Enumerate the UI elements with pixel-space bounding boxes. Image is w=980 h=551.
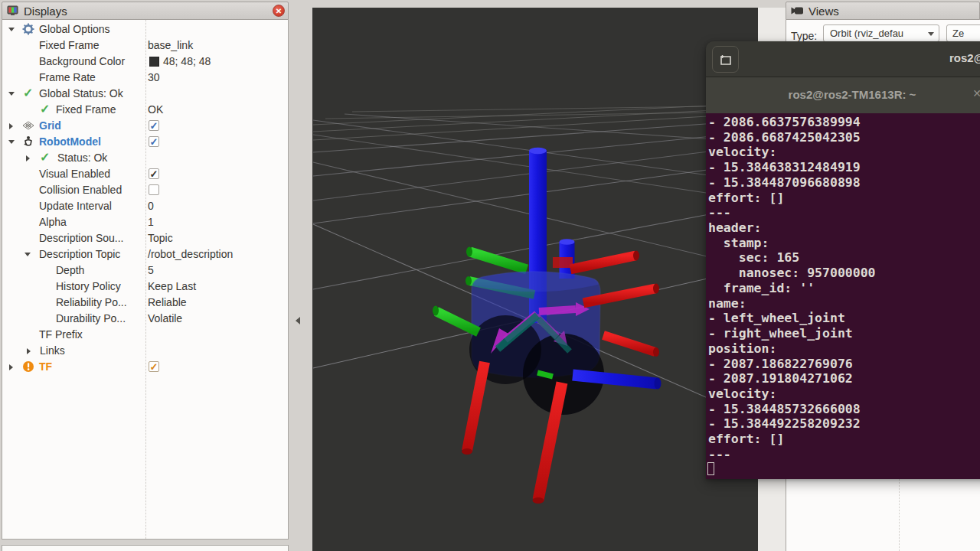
terminal-tab[interactable]: ros2@ros2-TM1613R: ~ ✕	[706, 77, 980, 113]
row-label[interactable]: Background Color	[39, 54, 125, 70]
grid-checkbox[interactable]: ✓	[149, 120, 159, 131]
tree-row-global-status[interactable]: ✓ Global Status: Ok	[3, 86, 287, 102]
row-value[interactable]: Keep Last	[148, 279, 196, 295]
color-swatch	[149, 57, 159, 67]
check-icon: ✓	[23, 86, 36, 99]
chevron-right-icon[interactable]	[27, 348, 31, 354]
chevron-down-icon[interactable]	[8, 140, 15, 144]
row-label[interactable]: Description Sou...	[39, 230, 124, 246]
tf-warning-icon	[22, 360, 34, 373]
zero-button[interactable]: Ze	[946, 24, 980, 42]
terminal-tabbar[interactable]: ros2@ros2-TM1613R: ~ ✕	[706, 77, 980, 113]
chevron-down-icon[interactable]	[24, 253, 31, 256]
chevron-down-icon[interactable]	[8, 92, 15, 96]
row-value[interactable]: Reliable	[148, 295, 187, 311]
row-label[interactable]: Depth	[56, 262, 84, 279]
row-label[interactable]: Reliability Po...	[56, 295, 127, 311]
row-label[interactable]: Visual Enabled	[39, 166, 110, 182]
row-label[interactable]: Fixed Frame	[56, 102, 116, 118]
terminal-headerbar[interactable]: ros2@	[706, 41, 980, 77]
row-value[interactable]: Topic	[148, 230, 173, 246]
row-label[interactable]: RobotModel	[39, 134, 101, 150]
row-label[interactable]: Global Status: Ok	[39, 86, 123, 102]
displays-panel-titlebar[interactable]: Displays ✕	[2, 2, 289, 20]
view-type-combobox[interactable]: Orbit (rviz_defau	[823, 24, 939, 42]
terminal-tab-title: ros2@ros2-TM1613R: ~	[706, 88, 980, 101]
row-value[interactable]: 5	[148, 262, 154, 279]
robotmodel-checkbox[interactable]: ✓	[149, 136, 159, 147]
new-tab-icon	[713, 47, 738, 72]
tree-row-history-policy[interactable]: History Policy Keep Last	[3, 279, 287, 295]
row-label[interactable]: Frame Rate	[39, 70, 96, 86]
row-value[interactable]: /robot_description	[148, 246, 233, 262]
row-value[interactable]: OK	[148, 102, 163, 118]
tree-row-depth[interactable]: Depth 5	[3, 262, 287, 279]
camera-icon	[791, 6, 804, 15]
robot-icon	[22, 135, 34, 148]
displays-tree: Global Options Fixed Frame base_link Bac…	[2, 20, 289, 540]
tree-row-status-ok[interactable]: ✓ Status: Ok	[3, 150, 287, 166]
views-panel-titlebar[interactable]: Views	[786, 2, 980, 20]
row-value[interactable]: 30	[148, 70, 160, 86]
terminal-body[interactable]: - 2086.6637576389994 - 2086.668742504230…	[706, 113, 980, 479]
close-icon[interactable]: ✕	[972, 87, 980, 99]
row-value[interactable]: Volatile	[148, 311, 182, 327]
tree-row-robotmodel[interactable]: RobotModel ✓	[3, 134, 287, 150]
3d-viewport[interactable]	[312, 8, 758, 551]
tree-row-grid[interactable]: Grid ✓	[3, 118, 287, 134]
tree-row-global-options[interactable]: Global Options	[3, 21, 287, 37]
tree-row-fixed-frame-status[interactable]: ✓ Fixed Frame OK	[3, 102, 287, 118]
terminal-title: ros2@	[949, 51, 980, 64]
tree-row-description-source[interactable]: Description Sou... Topic	[3, 230, 287, 246]
tree-row-links[interactable]: Links	[3, 343, 287, 359]
row-label[interactable]: Links	[40, 343, 65, 359]
row-label[interactable]: Global Options	[39, 21, 110, 37]
check-icon: ✓	[40, 103, 53, 116]
row-value[interactable]: 48; 48; 48	[163, 54, 211, 70]
tree-row-reliability-policy[interactable]: Reliability Po... Reliable	[3, 295, 287, 311]
tree-row-durability-policy[interactable]: Durability Po... Volatile	[3, 311, 287, 327]
check-icon: ✓	[40, 151, 53, 164]
row-label[interactable]: Status: Ok	[57, 150, 107, 166]
views-panel-title: Views	[808, 5, 839, 18]
collision-enabled-checkbox[interactable]	[149, 184, 159, 195]
row-label[interactable]: TF	[39, 359, 52, 375]
row-label[interactable]: Collision Enabled	[39, 182, 122, 198]
row-value[interactable]: 1	[148, 214, 154, 230]
row-label[interactable]: Description Topic	[39, 246, 120, 262]
tree-row-description-topic[interactable]: Description Topic /robot_description	[3, 246, 287, 262]
row-value[interactable]: 0	[148, 198, 154, 214]
gear-icon	[22, 23, 34, 35]
row-label[interactable]: Fixed Frame	[39, 37, 100, 54]
tree-row-visual-enabled[interactable]: Visual Enabled ✓	[3, 166, 287, 182]
tree-row-background-color[interactable]: Background Color 48; 48; 48	[3, 54, 287, 70]
tree-row-frame-rate[interactable]: Frame Rate 30	[3, 70, 287, 86]
tf-checkbox[interactable]: ✓	[149, 361, 159, 372]
tree-row-update-interval[interactable]: Update Interval 0	[3, 198, 287, 214]
new-tab-button[interactable]	[712, 46, 739, 73]
displays-panel-title: Displays	[24, 5, 67, 18]
chevron-right-icon[interactable]	[9, 364, 13, 370]
tree-row-tf-prefix[interactable]: TF Prefix	[3, 327, 287, 343]
tree-row-alpha[interactable]: Alpha 1	[3, 214, 287, 230]
terminal-cursor	[707, 462, 714, 475]
splitter-collapse-icon[interactable]	[296, 317, 300, 324]
tree-row-tf[interactable]: TF ✓	[3, 359, 287, 375]
row-label[interactable]: Update Interval	[39, 198, 112, 214]
tree-row-fixed-frame[interactable]: Fixed Frame base_link	[3, 37, 287, 54]
view-type-value: Orbit (rviz_defau	[830, 28, 903, 39]
visual-enabled-checkbox[interactable]: ✓	[149, 168, 159, 179]
row-label[interactable]: Durability Po...	[56, 311, 126, 327]
row-label[interactable]: Grid	[39, 118, 61, 134]
tree-row-collision-enabled[interactable]: Collision Enabled	[3, 182, 287, 198]
row-label[interactable]: Alpha	[39, 214, 67, 230]
row-value[interactable]: base_link	[148, 37, 193, 54]
row-label[interactable]: History Policy	[56, 279, 121, 295]
close-icon[interactable]: ✕	[273, 5, 285, 17]
chevron-down-icon[interactable]	[8, 28, 15, 31]
displays-panel-icon	[7, 5, 19, 17]
terminal-window[interactable]: ros2@ ros2@ros2-TM1613R: ~ ✕ - 2086.6637…	[706, 41, 980, 479]
chevron-right-icon[interactable]	[26, 155, 30, 161]
row-label[interactable]: TF Prefix	[39, 327, 83, 343]
chevron-right-icon[interactable]	[9, 123, 13, 129]
